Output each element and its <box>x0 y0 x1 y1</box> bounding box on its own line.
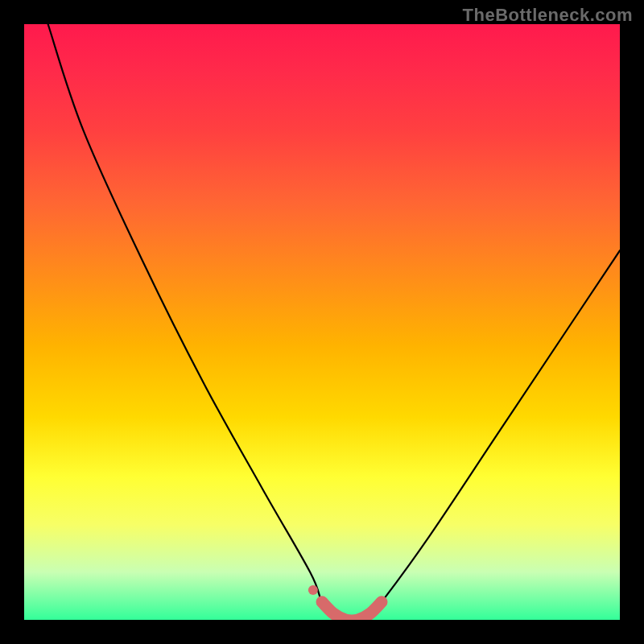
highlight-band <box>322 602 382 620</box>
curve-layer <box>48 24 620 620</box>
highlight-dot <box>308 585 318 595</box>
watermark-text: TheBottleneck.com <box>463 5 633 26</box>
plot-area <box>24 24 620 620</box>
chart-svg <box>24 24 620 620</box>
bottleneck-curve <box>48 24 620 620</box>
chart-frame: TheBottleneck.com <box>0 0 644 644</box>
